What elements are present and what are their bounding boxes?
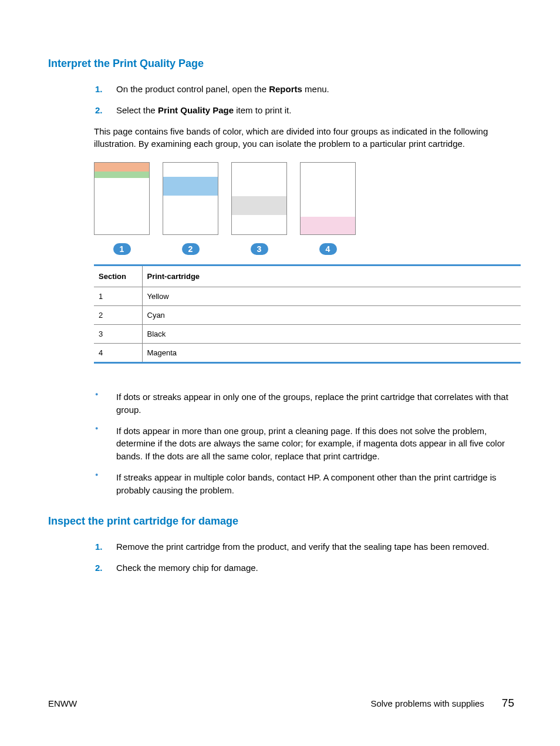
table-header-row: Section Print-cartridge [94,266,521,287]
band-green [95,172,149,178]
steps-list-2: 1. Remove the print cartridge from the p… [48,540,514,574]
cell-section: 4 [94,344,142,363]
cell-section: 1 [94,287,142,306]
color-bands-illustration: 1 2 3 4 [48,162,514,255]
step-item: 1. On the product control panel, open th… [95,83,514,96]
heading-inspect: Inspect the print cartridge for damage [48,515,514,527]
badge-1: 1 [113,243,131,255]
group-2: 2 [163,162,218,255]
step-number: 2. [95,104,103,117]
card-1 [94,162,150,235]
bullet-item: If streaks appear in multiple color band… [95,471,514,497]
group-4: 4 [300,162,356,255]
step-number: 2. [95,562,103,574]
cell-cartridge: Yellow [142,287,521,306]
cell-section: 2 [94,306,142,325]
cartridge-table: Section Print-cartridge 1 Yellow 2 Cyan … [94,264,521,364]
troubleshooting-bullets: If dots or streaks appear in only one of… [48,391,514,496]
badge-3: 3 [251,243,268,255]
step-text: Check the memory chip for damage. [116,563,258,573]
step-text: Remove the print cartridge from the prod… [116,542,489,552]
footer-section-title: Solve problems with supplies [370,698,484,708]
badge-2: 2 [182,243,200,255]
cell-cartridge: Black [142,325,521,344]
page-footer: ENWW Solve problems with supplies 75 [48,697,514,710]
badge-4: 4 [319,243,337,255]
bullet-item: If dots or streaks appear in only one of… [95,391,514,416]
table-row: 3 Black [94,325,521,344]
step-item: 1. Remove the print cartridge from the p… [95,540,514,553]
band-orange [95,163,149,172]
th-cartridge: Print-cartridge [142,266,521,287]
heading-interpret: Interpret the Print Quality Page [48,58,514,70]
band-grey [232,196,286,215]
band-pink [301,217,355,234]
band-cyan [163,177,218,196]
group-3: 3 [231,162,287,255]
table-row: 2 Cyan [94,306,521,325]
table-row: 4 Magenta [94,344,521,363]
step-number: 1. [95,540,103,553]
th-section: Section [94,266,142,287]
step-text: On the product control panel, open the R… [116,84,329,94]
group-1: 1 [94,162,150,255]
table-row: 1 Yellow [94,287,521,306]
page-number: 75 [502,697,514,710]
cell-cartridge: Magenta [142,344,521,363]
steps-list-1: 1. On the product control panel, open th… [48,83,514,117]
step-item: 2. Check the memory chip for damage. [95,562,514,574]
bullet-item: If dots appear in more than one group, p… [95,425,514,463]
footer-left: ENWW [48,698,77,708]
step-number: 1. [95,83,103,96]
cell-cartridge: Cyan [142,306,521,325]
intro-paragraph: This page contains five bands of color, … [48,125,514,151]
step-item: 2. Select the Print Quality Page item to… [95,104,514,117]
cell-section: 3 [94,325,142,344]
card-2 [163,162,218,235]
card-3 [231,162,287,235]
card-4 [300,162,356,235]
step-text: Select the Print Quality Page item to pr… [116,105,291,115]
